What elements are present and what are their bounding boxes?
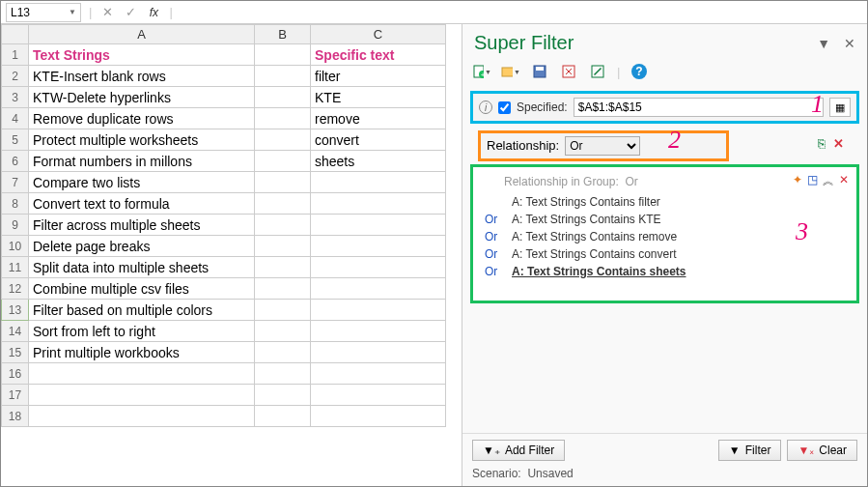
row-header-1[interactable]: 1 bbox=[2, 44, 29, 66]
row-header-9[interactable]: 9 bbox=[2, 215, 29, 236]
cell-B12[interactable] bbox=[255, 278, 311, 300]
cell-C5[interactable]: convert bbox=[311, 129, 446, 151]
row-header-2[interactable]: 2 bbox=[2, 66, 29, 87]
row-header-10[interactable]: 10 bbox=[2, 236, 29, 257]
cell-C13[interactable] bbox=[311, 300, 446, 321]
clear-button[interactable]: ▼ₓClear bbox=[787, 440, 857, 461]
row-header-16[interactable]: 16 bbox=[2, 363, 29, 385]
column-header-B[interactable]: B bbox=[255, 25, 311, 44]
cell-A18[interactable] bbox=[29, 406, 255, 427]
cell-C1[interactable]: Specific text bbox=[311, 44, 446, 66]
rename-icon[interactable] bbox=[588, 62, 607, 81]
cell-B13[interactable] bbox=[255, 300, 311, 321]
row-header-4[interactable]: 4 bbox=[2, 108, 29, 129]
cell-A8[interactable]: Convert text to formula bbox=[29, 193, 255, 215]
cell-B9[interactable] bbox=[255, 215, 311, 236]
row-header-6[interactable]: 6 bbox=[2, 151, 29, 172]
save-icon[interactable] bbox=[530, 62, 549, 81]
cell-C2[interactable]: filter bbox=[311, 66, 446, 87]
cell-C11[interactable] bbox=[311, 257, 446, 278]
cell-B6[interactable] bbox=[255, 151, 311, 172]
cell-A15[interactable]: Print multiple workbooks bbox=[29, 342, 255, 363]
cell-C14[interactable] bbox=[311, 321, 446, 342]
add-filter-button[interactable]: ▼₊Add Filter bbox=[472, 440, 565, 461]
row-header-11[interactable]: 11 bbox=[2, 257, 29, 278]
cell-C6[interactable]: sheets bbox=[311, 151, 446, 172]
cell-A7[interactable]: Compare two lists bbox=[29, 172, 255, 193]
specified-checkbox[interactable] bbox=[498, 101, 511, 114]
cell-C15[interactable] bbox=[311, 342, 446, 363]
filter-button[interactable]: ▼Filter bbox=[718, 440, 782, 461]
cell-A6[interactable]: Format numbers in millons bbox=[29, 151, 255, 172]
cell-A12[interactable]: Combine multiple csv files bbox=[29, 278, 255, 300]
cell-B7[interactable] bbox=[255, 172, 311, 193]
cell-C12[interactable] bbox=[311, 278, 446, 300]
cell-C10[interactable] bbox=[311, 236, 446, 257]
cell-B1[interactable] bbox=[255, 44, 311, 66]
cell-B16[interactable] bbox=[255, 363, 311, 385]
row-header-17[interactable]: 17 bbox=[2, 385, 29, 406]
cell-B2[interactable] bbox=[255, 66, 311, 87]
cell-A9[interactable]: Filter across multiple sheets bbox=[29, 215, 255, 236]
cell-C4[interactable]: remove bbox=[311, 108, 446, 129]
cell-A2[interactable]: KTE-Insert blank rows bbox=[29, 66, 255, 87]
cell-B18[interactable] bbox=[255, 406, 311, 427]
row-header-8[interactable]: 8 bbox=[2, 193, 29, 215]
cell-B4[interactable] bbox=[255, 108, 311, 129]
cell-A17[interactable] bbox=[29, 385, 255, 406]
filter-rule[interactable]: A: Text Strings Contains filter bbox=[481, 193, 849, 211]
cell-B11[interactable] bbox=[255, 257, 311, 278]
cancel-icon[interactable]: ✕ bbox=[99, 5, 115, 20]
column-header-C[interactable]: C bbox=[311, 25, 446, 44]
cell-B15[interactable] bbox=[255, 342, 311, 363]
cell-A3[interactable]: KTW-Delete hyperlinks bbox=[29, 87, 255, 108]
cell-B10[interactable] bbox=[255, 236, 311, 257]
help-icon[interactable]: ? bbox=[630, 62, 649, 81]
cell-C7[interactable] bbox=[311, 172, 446, 193]
add-rule-icon[interactable]: ✦ bbox=[793, 173, 802, 189]
cell-A1[interactable]: Text Strings bbox=[29, 44, 255, 66]
row-header-7[interactable]: 7 bbox=[2, 172, 29, 193]
open-scenario-icon[interactable]: ▼ bbox=[501, 62, 520, 81]
save-as-icon[interactable] bbox=[559, 62, 578, 81]
filter-rule[interactable]: OrA: Text Strings Contains sheets bbox=[481, 263, 849, 280]
filter-rule[interactable]: OrA: Text Strings Contains KTE bbox=[481, 211, 849, 228]
filter-rule[interactable]: OrA: Text Strings Contains convert bbox=[481, 245, 849, 263]
row-header-12[interactable]: 12 bbox=[2, 278, 29, 300]
column-header-A[interactable]: A bbox=[29, 25, 255, 44]
cell-A5[interactable]: Protect multiple worksheets bbox=[29, 129, 255, 151]
range-input[interactable] bbox=[574, 98, 824, 117]
cell-B5[interactable] bbox=[255, 129, 311, 151]
delete-group-icon[interactable]: ✕ bbox=[833, 136, 844, 151]
row-header-5[interactable]: 5 bbox=[2, 129, 29, 151]
cell-C16[interactable] bbox=[311, 363, 446, 385]
panel-menu-icon[interactable]: ▼ bbox=[817, 36, 830, 51]
filter-rule[interactable]: OrA: Text Strings Contains remove bbox=[481, 228, 849, 245]
row-header-18[interactable]: 18 bbox=[2, 406, 29, 427]
cell-A16[interactable] bbox=[29, 363, 255, 385]
name-box[interactable]: L13 ▼ bbox=[6, 3, 81, 22]
row-header-15[interactable]: 15 bbox=[2, 342, 29, 363]
fx-icon[interactable]: fx bbox=[146, 5, 161, 20]
copy-rule-icon[interactable]: ◳ bbox=[807, 173, 818, 189]
cell-B3[interactable] bbox=[255, 87, 311, 108]
relationship-select[interactable]: Or bbox=[565, 136, 640, 156]
cell-A4[interactable]: Remove duplicate rows bbox=[29, 108, 255, 129]
cell-C18[interactable] bbox=[311, 406, 446, 427]
cell-A11[interactable]: Split data into multiple sheets bbox=[29, 257, 255, 278]
info-icon[interactable]: i bbox=[479, 100, 492, 114]
cell-C3[interactable]: KTE bbox=[311, 87, 446, 108]
collapse-icon[interactable]: ︽ bbox=[823, 173, 834, 189]
range-selector-icon[interactable]: ▦ bbox=[829, 98, 851, 117]
cell-C17[interactable] bbox=[311, 385, 446, 406]
row-header-14[interactable]: 14 bbox=[2, 321, 29, 342]
cell-B17[interactable] bbox=[255, 385, 311, 406]
cell-C9[interactable] bbox=[311, 215, 446, 236]
cell-A14[interactable]: Sort from left to right bbox=[29, 321, 255, 342]
row-header-13[interactable]: 13 bbox=[2, 300, 29, 321]
add-group-icon[interactable]: ⎘ bbox=[818, 136, 826, 151]
cell-A13[interactable]: Filter based on multiple colors bbox=[29, 300, 255, 321]
close-icon[interactable]: ✕ bbox=[844, 36, 855, 51]
spreadsheet-area[interactable]: ABC1Text StringsSpecific text2KTE-Insert… bbox=[1, 24, 462, 486]
confirm-icon[interactable]: ✓ bbox=[123, 5, 138, 20]
